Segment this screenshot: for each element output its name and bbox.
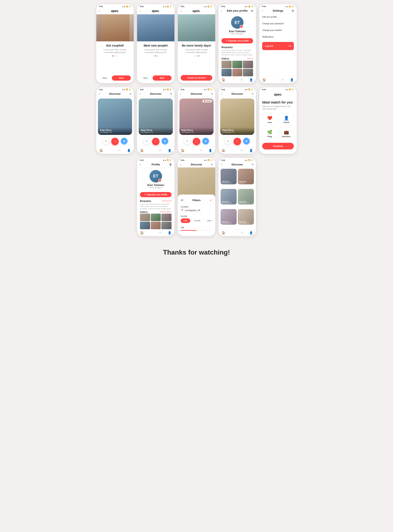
create-account-btn[interactable]: Create an account <box>181 75 212 81</box>
nav-heart[interactable]: ♡ <box>272 78 275 82</box>
star-btn[interactable]: ★ <box>202 138 209 145</box>
back-btn[interactable]: ‹ <box>221 92 222 95</box>
nav-message[interactable]: ✉ <box>241 78 243 82</box>
upgrade-profile-btn[interactable]: ♡ Upgrade your profile <box>221 38 253 44</box>
nav-heart[interactable]: ♡ <box>231 78 234 82</box>
logout-item[interactable]: Log Out ↪ <box>262 42 294 50</box>
upgrade-btn-2[interactable]: ♡ Upgrade your profile <box>140 192 172 197</box>
grid-item-1[interactable]: Katy Perry Los Angeles, CA <box>221 169 237 184</box>
age-slider[interactable] <box>181 230 212 231</box>
like-btn[interactable]: ♡ <box>111 138 119 145</box>
like-btn[interactable]: ♡ <box>234 138 241 145</box>
nav-message[interactable]: ✉ <box>281 78 284 82</box>
match-love[interactable]: ❤️ Love <box>262 113 277 126</box>
settings-icon[interactable]: ⚙ <box>251 9 253 12</box>
nav-heart[interactable]: ♡ <box>150 231 153 234</box>
settings-notifications[interactable]: Notifications › <box>259 34 297 40</box>
back-btn[interactable]: ‹ <box>221 9 222 12</box>
nav-heart[interactable]: ♡ <box>109 149 112 152</box>
filter-icon[interactable]: ≡ <box>170 92 172 95</box>
star-btn[interactable]: ★ <box>162 138 168 145</box>
nav-message[interactable]: ✉ <box>241 231 243 234</box>
nav-heart[interactable]: ♡ <box>231 149 234 152</box>
dislike-btn[interactable]: ✕ <box>103 138 109 145</box>
nav-heart[interactable]: ♡ <box>191 149 193 152</box>
grid-item-5[interactable]: Katy Perry Los Angeles, CA <box>221 209 237 225</box>
nav-home[interactable]: 🏠 <box>99 149 103 152</box>
back-btn[interactable]: ‹ <box>140 9 141 13</box>
back-btn[interactable]: ‹ <box>99 9 100 13</box>
match-business[interactable]: 💼 Business <box>279 127 294 140</box>
nav-home[interactable]: 🏠 <box>140 231 144 234</box>
filter-icon[interactable]: ≡ <box>211 163 213 166</box>
gender-female-btn[interactable]: Female <box>192 218 203 223</box>
skip-btn-2[interactable]: Skip <box>140 75 151 81</box>
nav-message[interactable]: ✉ <box>118 149 121 152</box>
gallery-item-5 <box>232 69 242 76</box>
nav-home[interactable]: 🏠 <box>140 149 144 152</box>
nav-profile[interactable]: 👤 <box>249 149 253 152</box>
dislike-btn[interactable]: ✕ <box>184 138 191 145</box>
back-btn[interactable]: ‹ <box>180 92 181 95</box>
settings-change-location[interactable]: Change your location › <box>259 27 297 34</box>
nav-profile[interactable]: 👤 <box>168 231 171 234</box>
filter-icon[interactable]: ≡ <box>130 92 131 95</box>
nav-profile[interactable]: 👤 <box>209 149 212 152</box>
back-btn[interactable]: ‹ <box>99 92 100 95</box>
view-all-btn[interactable]: View All <box>247 58 253 59</box>
match-fling[interactable]: 🌿 Fling <box>262 127 277 140</box>
nav-heart[interactable]: ♡ <box>231 231 234 234</box>
gender-male-btn[interactable]: Male <box>181 218 190 223</box>
nav-profile[interactable]: 👤 <box>127 149 131 152</box>
settings-change-password[interactable]: Change your password › <box>259 20 297 27</box>
back-btn[interactable]: ‹ <box>262 9 263 12</box>
filter-icon[interactable]: ≡ <box>252 163 253 166</box>
nav-home[interactable]: 🏠 <box>181 149 184 152</box>
settings-gear-icon[interactable]: ⚙ <box>291 9 294 12</box>
back-btn[interactable]: ‹ <box>180 9 181 13</box>
nav-profile[interactable]: 👤 <box>249 78 253 82</box>
nav-heart[interactable]: ♡ <box>150 149 153 152</box>
nav-message[interactable]: ✉ <box>200 149 202 152</box>
status-icons: ▲▲ 📶 🔋 <box>163 6 172 7</box>
nav-profile[interactable]: 👤 <box>249 231 253 234</box>
grid-item-3[interactable]: Katy Perry Los Angeles, CA <box>221 189 237 204</box>
star-btn[interactable]: ★ <box>121 138 128 145</box>
filter-icon[interactable]: ≡ <box>211 92 213 95</box>
back-btn[interactable]: ‹ <box>180 163 181 166</box>
nav-home[interactable]: 🏠 <box>222 231 225 234</box>
match-friend[interactable]: 👤 Friend <box>279 113 294 126</box>
like-btn[interactable]: ♡ <box>152 138 159 145</box>
back-btn[interactable]: ‹ <box>140 163 141 166</box>
next-btn-2[interactable]: Next <box>153 75 172 81</box>
nav-home[interactable]: 🏠 <box>262 78 266 82</box>
grid-item-6[interactable]: Katy Perry Los Angeles, CA <box>238 209 254 225</box>
nav-home[interactable]: 🏠 <box>222 149 225 152</box>
nav-profile[interactable]: 👤 <box>168 149 171 152</box>
delete-icon[interactable]: 🗑 <box>169 163 172 166</box>
battery-icon: 🔋 <box>169 88 172 90</box>
nav-home[interactable]: 🏠 <box>222 78 225 82</box>
filter-icon[interactable]: ≡ <box>252 92 253 95</box>
back-btn[interactable]: ‹ <box>140 92 141 95</box>
grid-item-2[interactable]: Katy Perry Nashville <box>238 169 254 184</box>
dislike-btn[interactable]: ✕ <box>143 138 150 145</box>
edit-gallery-btn[interactable]: Edit your gallery <box>160 211 172 213</box>
nav-message[interactable]: ✉ <box>159 149 162 152</box>
back-btn[interactable]: ‹ <box>221 163 222 166</box>
edit-bio-btn[interactable]: Edit your bio <box>162 200 172 202</box>
like-btn[interactable]: ♡ <box>193 138 200 145</box>
skip-btn-1[interactable]: Skip <box>99 75 110 81</box>
dislike-btn[interactable]: ✕ <box>225 138 231 145</box>
nav-message[interactable]: ✉ <box>241 149 243 152</box>
gender-other-btn[interactable]: Other <box>204 218 215 223</box>
star-btn[interactable]: ★ <box>243 138 250 145</box>
nav-message[interactable]: ✉ <box>159 231 162 234</box>
filter-close-btn[interactable]: ✕ <box>181 198 183 202</box>
filter-check-btn[interactable]: ✓ <box>210 198 212 202</box>
continue-btn[interactable]: Continue <box>262 143 294 150</box>
next-btn-1[interactable]: Next <box>112 75 131 81</box>
nav-profile[interactable]: 👤 <box>290 78 294 82</box>
settings-edit-profile[interactable]: Edit your profile › <box>259 14 297 20</box>
grid-item-4[interactable]: Katy Perry Los Angeles, CA <box>238 189 254 204</box>
